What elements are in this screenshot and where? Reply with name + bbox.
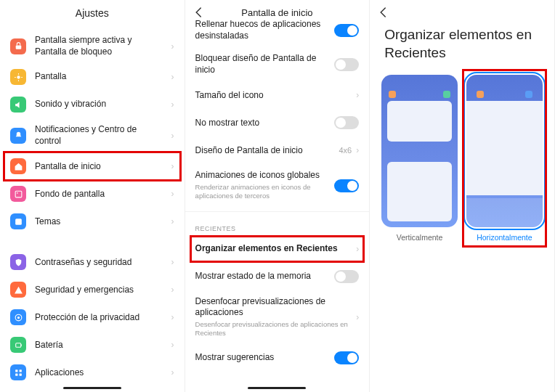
setting-row[interactable]: Mostrar estado de la memoria (185, 263, 370, 290)
home-icon (10, 158, 26, 174)
lock-icon (10, 38, 26, 54)
settings-item-label: Notificaciones y Centro de control (35, 124, 171, 147)
setting-row[interactable]: Bloquear diseño de Pantalla de inicio (185, 47, 370, 81)
svg-rect-11 (15, 343, 20, 347)
settings-item-label: Fondo de pantalla (35, 189, 171, 200)
setting-label: No mostrar texto (195, 118, 329, 129)
settings-item[interactable]: Batería› (0, 331, 185, 359)
nav-indicator (248, 387, 306, 389)
chevron-right-icon: › (356, 90, 359, 100)
chevron-right-icon: › (356, 244, 359, 254)
vertical-preview (381, 75, 458, 227)
setting-row[interactable]: No mostrar texto (185, 109, 370, 136)
svg-rect-15 (15, 373, 17, 375)
settings-item-label: Sonido y vibración (35, 99, 171, 110)
option-label: Horizontalmente (466, 233, 543, 242)
settings-item[interactable]: Pantalla de inicio› (0, 152, 185, 180)
settings-item-label: Aplicaciones (35, 367, 171, 379)
chevron-right-icon: › (171, 257, 174, 267)
layout-options: Verticalmente Horizontalmente (370, 66, 554, 242)
chevron-right-icon: › (171, 131, 174, 141)
setting-label: Animaciones de iconos globales (195, 170, 329, 181)
setting-row[interactable]: Animaciones de iconos globalesRenderizar… (185, 164, 370, 206)
svg-point-7 (17, 192, 18, 194)
settings-item-label: Batería (35, 340, 171, 351)
setting-value: 4x6 (339, 146, 352, 155)
battery-icon (10, 337, 26, 353)
sound-icon (10, 97, 26, 113)
chevron-right-icon: › (171, 312, 174, 322)
chevron-right-icon: › (171, 41, 174, 52)
wallpaper-icon (10, 186, 26, 202)
setting-label: Diseño de Pantalla de inicio (195, 145, 333, 157)
settings-item[interactable]: Sonido y vibración› (0, 91, 185, 118)
apps-icon (10, 364, 26, 380)
chevron-right-icon: › (171, 189, 174, 199)
toggle-switch[interactable] (334, 351, 359, 364)
settings-item-label: Contraseñas y seguridad (35, 257, 171, 269)
settings-item-label: Pantalla de inicio (35, 161, 171, 173)
setting-label: Rellenar huecos de aplicaciones desinsta… (195, 19, 329, 41)
svg-rect-0 (15, 46, 21, 49)
svg-rect-16 (19, 373, 21, 375)
page-title: Ajustes (0, 0, 185, 29)
settings-panel: Ajustes Pantalla siempre activa y Pantal… (0, 0, 185, 392)
settings-item[interactable]: Temas› (0, 208, 185, 235)
page-title: Organizar elementos en Recientes (370, 23, 554, 66)
setting-label: Bloquear diseño de Pantalla de inicio (195, 53, 329, 75)
homescreen-settings-panel: Pantalla de inicio Rellenar huecos de ap… (185, 0, 370, 392)
option-label: Verticalmente (381, 233, 458, 242)
setting-row[interactable]: Desenfocar previsualizaciones de aplicac… (185, 290, 370, 344)
svg-rect-6 (15, 191, 22, 197)
toggle-switch[interactable] (334, 116, 359, 129)
recents-layout-panel: Organizar elementos en Recientes Vertica… (370, 0, 555, 392)
setting-row[interactable]: Rellenar huecos de aplicaciones desinsta… (185, 13, 370, 47)
chevron-right-icon: › (356, 312, 359, 322)
toggle-switch[interactable] (334, 24, 359, 37)
svg-point-10 (17, 317, 19, 319)
settings-item[interactable]: Pantalla› (0, 63, 185, 91)
settings-item[interactable]: Notificaciones y Centro de control› (0, 118, 185, 152)
chevron-right-icon: › (171, 72, 174, 82)
setting-label: Tamaño del icono (195, 90, 351, 102)
setting-row[interactable]: Organizar elementos en Recientes› (185, 235, 370, 263)
settings-item-label: Seguridad y emergencias (35, 285, 171, 296)
settings-item-label: Temas (35, 216, 171, 228)
setting-label: Desenfocar previsualizaciones de aplicac… (195, 296, 351, 319)
svg-point-1 (17, 75, 20, 78)
settings-item[interactable]: Contraseñas y seguridad› (0, 248, 185, 276)
setting-label: Mostrar sugerencias (195, 352, 329, 364)
setting-label: Organizar elementos en Recientes (195, 243, 351, 255)
settings-item[interactable]: Seguridad y emergencias› (0, 276, 185, 303)
settings-item-label: Pantalla (35, 71, 171, 83)
themes-icon (10, 213, 26, 229)
toggle-switch[interactable] (334, 270, 359, 283)
settings-item[interactable]: Aplicaciones› (0, 359, 185, 386)
settings-item-label: Protección de la privacidad (35, 312, 171, 324)
sun-icon (10, 69, 26, 85)
header (370, 0, 554, 23)
setting-row[interactable]: Mostrar sugerencias (185, 344, 370, 372)
back-icon[interactable] (377, 6, 390, 19)
setting-row[interactable]: Diseño de Pantalla de inicio4x6› (185, 136, 370, 164)
horizontal-preview (466, 75, 543, 227)
warning-icon (10, 282, 26, 298)
option-horizontal[interactable]: Horizontalmente (466, 75, 543, 242)
svg-rect-13 (15, 369, 17, 372)
settings-item[interactable]: Fondo de pantalla› (0, 180, 185, 208)
chevron-right-icon: › (171, 216, 174, 226)
toggle-switch[interactable] (334, 58, 359, 71)
bell-icon (10, 128, 26, 144)
settings-item[interactable]: Pantalla siempre activa y Pantalla de bl… (0, 29, 185, 63)
nav-indicator (63, 387, 121, 389)
chevron-right-icon: › (171, 340, 174, 350)
settings-item[interactable]: Protección de la privacidad› (0, 303, 185, 331)
toggle-switch[interactable] (334, 179, 359, 192)
option-vertical[interactable]: Verticalmente (381, 75, 458, 242)
section-header: RECIENTES (185, 211, 370, 235)
settings-item-label: Pantalla siempre activa y Pantalla de bl… (35, 35, 171, 57)
shield-icon (10, 254, 26, 270)
setting-row[interactable]: Tamaño del icono› (185, 81, 370, 109)
chevron-right-icon: › (171, 99, 174, 110)
setting-sublabel: Renderizar animaciones en iconos de apli… (195, 183, 329, 201)
